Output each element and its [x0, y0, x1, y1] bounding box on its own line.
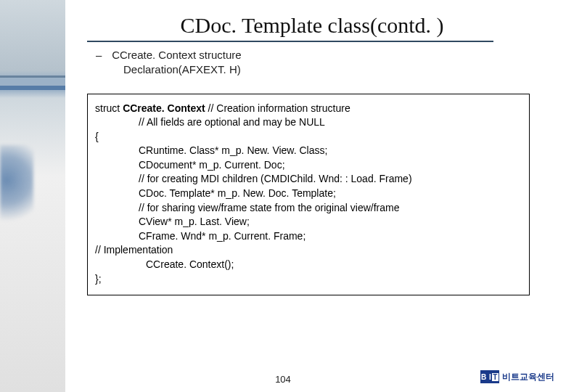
code-impl-comment: // Implementation [95, 243, 523, 258]
logo-text-bi: B I [481, 373, 491, 381]
content-area: CDoc. Template class(contd. ) – CCreate.… [0, 0, 566, 295]
code-line: CDocument* m_p. Current. Doc; [95, 158, 523, 173]
logo-text-t: T [492, 373, 499, 381]
bullet-text-2: Declaration(AFXEXT. H) [123, 63, 241, 75]
bullet-dash: – [96, 48, 109, 62]
bullet-text-1: CCreate. Context structure [112, 49, 241, 61]
bullet-line-1: – CCreate. Context structure [96, 48, 537, 62]
code-line: CFrame. Wnd* m_p. Current. Frame; [95, 229, 523, 244]
footer-label: 비트교육센터 [502, 371, 554, 383]
code-struct-kw: struct [95, 102, 123, 114]
code-open-brace: { [95, 130, 523, 144]
slide: CDoc. Template class(contd. ) – CCreate.… [0, 0, 566, 392]
code-box: struct CCreate. Context // Creation info… [87, 94, 530, 296]
code-line: // for sharing view/frame state from the… [95, 201, 523, 216]
code-ctor: CCreate. Context(); [95, 258, 523, 272]
title-underline [87, 41, 493, 42]
code-close-brace: }; [95, 272, 523, 287]
page-title: CDoc. Template class(contd. ) [87, 13, 537, 38]
code-line: CRuntime. Class* m_p. New. View. Class; [95, 144, 523, 158]
code-line: // for creating MDI children (CMDIChild.… [95, 172, 523, 187]
code-line: CDoc. Template* m_p. New. Doc. Template; [95, 187, 523, 201]
logo-icon: B IT [480, 370, 499, 383]
bullet-line-2: Declaration(AFXEXT. H) [123, 62, 537, 77]
code-line: CView* m_p. Last. View; [95, 215, 523, 229]
code-line: // All fields are optional and may be NU… [95, 115, 523, 130]
code-line: struct CCreate. Context // Creation info… [95, 102, 523, 116]
code-struct-tail: // Creation information structure [205, 102, 350, 114]
footer-logo: B IT 비트교육센터 [480, 370, 554, 383]
code-struct-name: CCreate. Context [123, 102, 205, 114]
subtitle-block: – CCreate. Context structure Declaration… [96, 48, 537, 78]
